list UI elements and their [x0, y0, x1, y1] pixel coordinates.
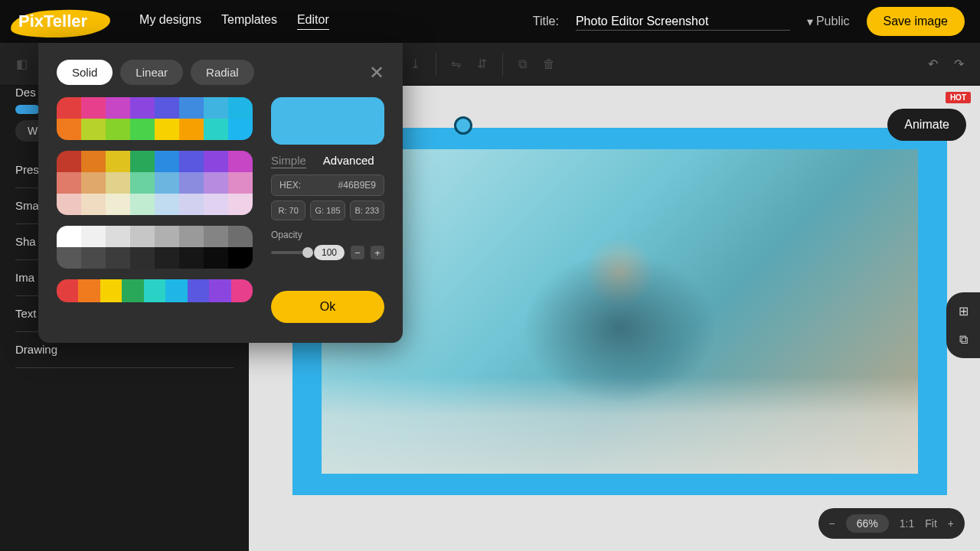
color-swatch[interactable]: [155, 119, 179, 140]
color-swatch[interactable]: [228, 194, 253, 215]
duplicate-icon[interactable]: ⧉: [512, 54, 534, 75]
color-swatch[interactable]: [228, 172, 253, 194]
color-swatch[interactable]: [209, 279, 230, 302]
redo-icon[interactable]: ↷: [948, 54, 969, 75]
color-swatch[interactable]: [144, 279, 165, 302]
visibility-dropdown[interactable]: ▾ Public: [807, 15, 850, 29]
color-swatch[interactable]: [179, 247, 204, 269]
hex-input[interactable]: HEX: #46B9E9: [271, 174, 384, 196]
color-swatch[interactable]: [179, 119, 204, 140]
color-swatch[interactable]: [204, 119, 228, 140]
close-icon[interactable]: ✕: [369, 64, 384, 82]
fill-tab-linear[interactable]: Linear: [120, 60, 183, 85]
color-swatch[interactable]: [179, 226, 204, 247]
zoom-ratio[interactable]: 1:1: [900, 517, 914, 530]
sidebar-item-images[interactable]: Ima: [15, 271, 34, 284]
logo[interactable]: PixTeller: [15, 11, 87, 31]
color-swatch[interactable]: [106, 172, 130, 194]
color-swatch[interactable]: [81, 247, 106, 269]
sidebar-item-drawing[interactable]: Drawing: [15, 343, 57, 356]
palette-bright[interactable]: [57, 97, 253, 140]
color-swatch[interactable]: [81, 194, 106, 215]
color-swatch[interactable]: [57, 151, 81, 172]
color-swatch[interactable]: [57, 119, 81, 140]
color-swatch[interactable]: [204, 194, 228, 215]
sidebar-item-shapes[interactable]: Sha: [15, 235, 36, 248]
color-swatch[interactable]: [179, 151, 204, 172]
color-swatch[interactable]: [179, 194, 204, 215]
color-swatch[interactable]: [122, 279, 143, 302]
color-swatch[interactable]: [204, 226, 228, 247]
color-swatch[interactable]: [155, 194, 179, 215]
align-bottom-icon[interactable]: ⤓: [405, 54, 426, 75]
color-swatch[interactable]: [165, 279, 187, 302]
color-swatch[interactable]: [228, 226, 253, 247]
color-swatch[interactable]: [106, 247, 130, 269]
opacity-value[interactable]: 100: [314, 245, 345, 260]
design-title-input[interactable]: [576, 13, 790, 31]
zoom-in-icon[interactable]: +: [948, 517, 954, 530]
color-swatch[interactable]: [81, 97, 106, 119]
mode-simple[interactable]: Simple: [271, 154, 306, 167]
animate-button[interactable]: Animate: [887, 109, 966, 141]
opacity-slider[interactable]: [271, 251, 308, 254]
fill-tab-solid[interactable]: Solid: [57, 60, 113, 85]
rgb-g-input[interactable]: G: 185: [310, 201, 345, 220]
color-swatch[interactable]: [106, 226, 130, 247]
ok-button[interactable]: Ok: [271, 291, 384, 323]
flip-v-icon[interactable]: ⇵: [472, 54, 493, 75]
color-swatch[interactable]: [81, 119, 106, 140]
sidebar-item-text[interactable]: Text: [15, 307, 37, 320]
opacity-plus-button[interactable]: +: [371, 246, 384, 259]
color-swatch[interactable]: [106, 151, 130, 172]
color-swatch[interactable]: [228, 119, 253, 140]
color-swatch[interactable]: [204, 247, 228, 269]
color-swatch-blue[interactable]: [15, 105, 40, 114]
color-swatch[interactable]: [130, 226, 155, 247]
color-swatch[interactable]: [204, 151, 228, 172]
color-swatch[interactable]: [106, 97, 130, 119]
zoom-fit[interactable]: Fit: [925, 517, 937, 530]
save-image-button[interactable]: Save image: [867, 7, 965, 36]
color-fill-icon[interactable]: ◧: [11, 54, 32, 75]
color-swatch[interactable]: [155, 247, 179, 269]
mode-advanced[interactable]: Advanced: [323, 154, 374, 167]
trash-icon[interactable]: 🗑: [538, 54, 560, 75]
color-swatch[interactable]: [130, 151, 155, 172]
sidebar-item-presets[interactable]: Pres: [15, 163, 39, 176]
color-swatch[interactable]: [204, 172, 228, 194]
color-swatch[interactable]: [81, 172, 106, 194]
color-swatch[interactable]: [130, 119, 155, 140]
palette-material[interactable]: [57, 151, 253, 215]
color-swatch[interactable]: [81, 151, 106, 172]
nav-templates[interactable]: Templates: [221, 13, 277, 30]
color-swatch[interactable]: [228, 151, 253, 172]
color-swatch[interactable]: [57, 172, 81, 194]
color-swatch[interactable]: [228, 97, 253, 119]
color-swatch[interactable]: [57, 279, 78, 302]
color-swatch[interactable]: [100, 279, 122, 302]
color-swatch[interactable]: [57, 194, 81, 215]
color-swatch[interactable]: [204, 97, 228, 119]
slider-thumb-icon[interactable]: [302, 247, 313, 258]
zoom-percent[interactable]: 66%: [846, 514, 889, 533]
color-swatch[interactable]: [179, 172, 204, 194]
color-swatch[interactable]: [106, 119, 130, 140]
color-swatch[interactable]: [155, 226, 179, 247]
color-swatch[interactable]: [130, 194, 155, 215]
color-swatch[interactable]: [130, 172, 155, 194]
opacity-minus-button[interactable]: −: [351, 246, 364, 259]
duplicate-layer-icon[interactable]: ⧉: [952, 329, 974, 350]
color-swatch[interactable]: [57, 247, 81, 269]
color-swatch[interactable]: [155, 172, 179, 194]
zoom-out-icon[interactable]: −: [829, 517, 835, 530]
color-swatch[interactable]: [130, 97, 155, 119]
color-swatch[interactable]: [188, 279, 209, 302]
palette-strip[interactable]: [57, 279, 253, 302]
nav-my-designs[interactable]: My designs: [139, 13, 201, 30]
color-swatch[interactable]: [78, 279, 100, 302]
color-swatch[interactable]: [228, 247, 253, 269]
flip-h-icon[interactable]: ⇋: [446, 54, 467, 75]
nav-editor[interactable]: Editor: [297, 13, 329, 30]
palette-grays[interactable]: [57, 226, 253, 269]
